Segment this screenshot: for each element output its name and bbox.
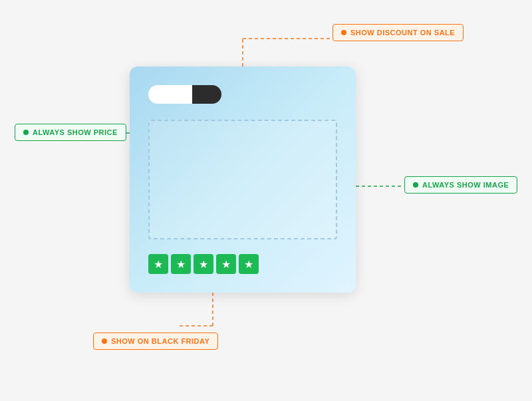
dot-price xyxy=(23,130,29,135)
star-1: ★ xyxy=(148,254,168,274)
star-5: ★ xyxy=(239,254,259,274)
image-placeholder xyxy=(148,120,337,239)
show-discount-label: SHOW DISCOUNT ON SALE xyxy=(350,29,455,37)
star-2: ★ xyxy=(171,254,191,274)
pill-white xyxy=(148,85,192,104)
dot-black-friday xyxy=(102,338,107,344)
product-card: ★ ★ ★ ★ ★ xyxy=(130,67,356,293)
star-3: ★ xyxy=(194,254,213,274)
always-show-image-badge[interactable]: ALWAYS ShOW IMAGE xyxy=(404,176,517,194)
show-discount-badge[interactable]: SHOW DISCOUNT ON SALE xyxy=(332,24,464,41)
always-show-price-badge[interactable]: ALWAYS SHOW PRICE xyxy=(15,124,126,141)
show-black-friday-badge[interactable]: SHOW ON BLACK FRIDAY xyxy=(93,333,218,350)
show-black-friday-label: SHOW ON BLACK FRIDAY xyxy=(111,337,209,345)
dot-discount xyxy=(341,30,346,35)
always-show-image-label: ALWAYS ShOW IMAGE xyxy=(422,181,509,189)
always-show-price-label: ALWAYS SHOW PRICE xyxy=(33,128,118,136)
dot-image xyxy=(413,182,418,188)
pill-dark xyxy=(192,85,221,104)
star-4: ★ xyxy=(216,254,236,274)
star-rating: ★ ★ ★ ★ ★ xyxy=(148,254,259,274)
toggle-pill xyxy=(148,85,221,104)
canvas: ★ ★ ★ ★ ★ SHOW DISCOUNT ON SALE ALWAYS S… xyxy=(0,0,532,401)
